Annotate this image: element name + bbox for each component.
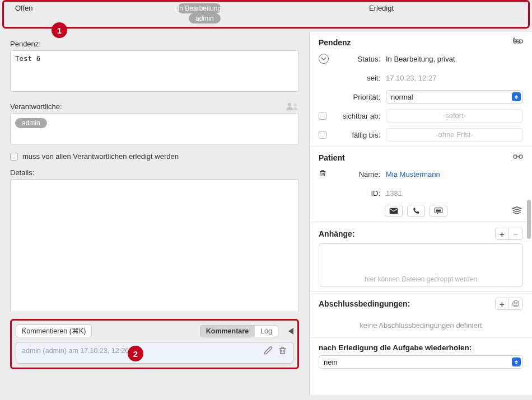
svg-point-11 [516,303,517,303]
phone-icon[interactable] [407,205,425,217]
sms-icon[interactable]: SMS [430,205,447,217]
chevron-updown-icon [512,92,521,101]
attachment-remove-button[interactable]: − [509,228,522,239]
condition-smiley-button[interactable] [509,298,522,309]
repeat-section: nach Erledigung die Aufgabe wiederholen:… [310,338,532,373]
pencil-icon[interactable] [264,346,273,355]
conditions-section: Abschlussbedingungen: + keine Abschlussb… [310,292,532,338]
conditions-title: Abschlussbedingungen: [319,299,410,308]
mail-icon[interactable] [385,205,403,217]
priority-label: Priorität: [334,93,380,101]
trash-icon[interactable] [319,168,327,180]
scrollbar[interactable] [527,200,531,239]
must-all-label: muss von allen Verantwortlichen erledigt… [22,152,179,161]
svg-text:SMS: SMS [436,209,441,212]
details-input[interactable] [10,179,299,312]
pendenz-label: Pendenz: [10,40,299,48]
status-open[interactable]: Offen [11,2,38,14]
people-icon[interactable] [286,101,299,113]
conditions-empty-text: keine Abschlussbedingungen definiert [319,313,523,333]
repeat-value: nein [319,358,512,366]
pendenz-input[interactable]: Test 6 [10,50,299,92]
status-label: Status: [334,55,380,63]
patient-section: Patient Name: Mia Mustermann ID: 1381 [310,147,532,222]
repeat-select[interactable]: nein [319,355,523,369]
patient-title: Patient [319,153,345,162]
expand-circle-icon[interactable] [319,54,329,64]
attachment-dropzone[interactable]: hier können Dateien gedroppt werden [319,243,523,287]
visible-from-label: sichtbar ab: [334,112,380,120]
seg-comments[interactable]: Kommentare [200,326,255,337]
pendenz-section: Pendenz Status: In Bearbeitung, privat s… [310,32,532,147]
patient-id-value: 1381 [380,189,523,197]
status-done[interactable]: Erledigt [365,2,398,14]
left-panel: Pendenz: Test 6 Verantwortliche: admin m… [0,29,309,395]
status-in-progress[interactable]: In Bearbeitung [178,3,221,13]
svg-rect-6 [390,208,398,214]
must-all-checkbox[interactable] [10,153,18,161]
priority-select[interactable]: normal [386,90,523,103]
due-checkbox[interactable] [319,131,326,139]
attachments-section: Anhänge: + − hier können Dateien gedropp… [310,222,532,292]
link-icon[interactable] [513,37,523,47]
annotation-badge-2: 2 [128,346,143,361]
condition-add-button[interactable]: + [496,298,509,309]
due-label: fällig bis: [334,131,380,139]
status-bar: Offen In Bearbeitung Erledigt admin [2,0,530,29]
since-label: seit: [334,74,380,82]
chevron-updown-icon [512,357,521,366]
stack-icon[interactable] [511,206,523,217]
status-admin-pill[interactable]: admin [189,13,221,23]
pendenz-title: Pendenz [319,38,351,47]
visible-from-checkbox[interactable] [319,112,326,120]
right-panel: Pendenz Status: In Bearbeitung, privat s… [309,32,532,395]
trash-icon[interactable] [278,346,287,355]
comments-panel: Kommentieren (⌘K) Kommentare Log admin (… [10,319,299,369]
details-label: Details: [10,168,299,177]
annotation-badge-1: 1 [52,22,67,38]
patient-name-link[interactable]: Mia Mustermann [380,170,523,178]
patient-name-label: Name: [334,170,380,178]
seg-log[interactable]: Log [255,326,278,337]
link-icon[interactable] [513,153,523,162]
responsible-box[interactable]: admin [10,113,299,144]
responsible-admin-pill[interactable]: admin [15,118,47,128]
responsible-label: Verantwortliche: [10,102,62,111]
repeat-title: nach Erledigung die Aufgabe wiederholen: [319,343,523,352]
collapse-left-icon[interactable] [288,328,293,335]
svg-point-1 [293,103,296,106]
priority-value: normal [386,93,512,101]
due-input[interactable]: -ohne Frist- [386,128,523,142]
svg-point-10 [514,303,515,303]
status-value: In Bearbeitung, privat [380,55,523,63]
comments-segmented: Kommentare Log [200,325,278,337]
dropzone-hint: hier können Dateien gedroppt werden [365,275,477,283]
visible-from-input[interactable]: -sofort- [386,109,523,123]
comment-meta: admin (admin) am 17.10.23, 12:26 [22,347,129,355]
patient-id-label: ID: [334,189,380,197]
svg-point-0 [288,103,291,106]
attachments-label: Anhänge: [319,229,355,238]
comment-item[interactable]: admin (admin) am 17.10.23, 12:26 [16,342,293,364]
comment-button[interactable]: Kommentieren (⌘K) [16,324,92,337]
attachment-add-button[interactable]: + [496,228,509,239]
since-value: 17.10.23, 12:27 [380,74,523,82]
